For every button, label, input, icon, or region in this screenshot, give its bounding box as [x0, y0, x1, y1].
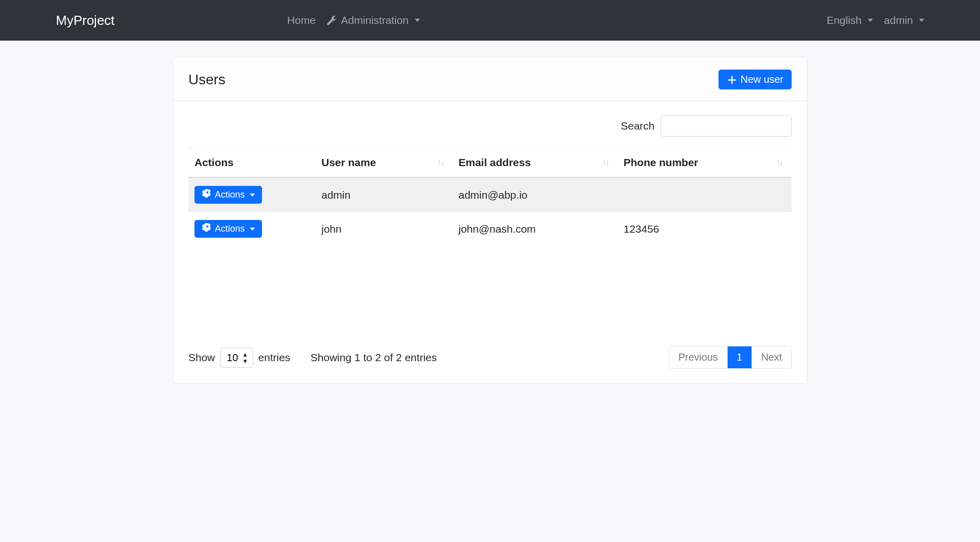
navbar-left: MyProject Home Administration: [56, 13, 420, 28]
users-card: Users New user Search Actions: [173, 57, 807, 384]
search-input[interactable]: [661, 115, 792, 137]
wrench-icon: [327, 14, 337, 26]
cell-actions: Actions: [188, 177, 315, 212]
chevron-down-icon: [919, 19, 924, 22]
chevron-down-icon: [250, 228, 255, 231]
nav-administration[interactable]: Administration: [327, 14, 420, 26]
plus-icon: [727, 74, 737, 85]
col-actions-label: Actions: [194, 156, 234, 168]
table-wrap: Actions User name ↑↓ Email address ↑↓ Ph…: [188, 148, 792, 331]
nav-user-label: admin: [884, 14, 913, 26]
gear-icon: [202, 189, 211, 201]
page-size-select[interactable]: 10: [220, 347, 253, 368]
col-phone[interactable]: Phone number ↑↓: [617, 148, 792, 178]
nav-home-label: Home: [287, 14, 316, 26]
new-user-button[interactable]: New user: [718, 70, 792, 89]
new-user-label: New user: [741, 74, 783, 85]
col-email[interactable]: Email address ↑↓: [452, 148, 617, 178]
col-username[interactable]: User name ↑↓: [315, 148, 452, 178]
show-label: Show: [188, 352, 215, 364]
navbar-right: English admin: [827, 14, 965, 26]
nav-language-label: English: [827, 14, 862, 26]
gear-icon: [202, 223, 211, 235]
row-actions-button[interactable]: Actions: [194, 186, 262, 204]
cell-username: john: [315, 212, 452, 246]
brand[interactable]: MyProject: [56, 13, 115, 28]
table-header-row: Actions User name ↑↓ Email address ↑↓ Ph…: [188, 148, 792, 178]
nav-user[interactable]: admin: [884, 14, 924, 26]
users-table: Actions User name ↑↓ Email address ↑↓ Ph…: [188, 148, 792, 246]
cell-username: admin: [315, 177, 452, 212]
card-header: Users New user: [173, 57, 807, 101]
chevron-down-icon: [415, 19, 420, 22]
search-row: Search: [188, 115, 792, 137]
col-username-label: User name: [321, 156, 376, 168]
table-body: Actions admin admin@abp.io: [188, 177, 792, 246]
page-length-control: Show 10 ▲▼ entries: [188, 347, 290, 368]
table-row: Actions admin admin@abp.io: [188, 177, 792, 212]
page-1-button[interactable]: 1: [728, 346, 752, 368]
search-label: Search: [620, 120, 655, 132]
cell-email: admin@abp.io: [452, 177, 617, 212]
entries-label: entries: [258, 352, 290, 364]
card-footer: Show 10 ▲▼ entries Showing 1 to 2 of 2 e…: [173, 346, 807, 383]
nav-administration-label: Administration: [341, 14, 409, 26]
page-size-select-wrap: 10 ▲▼: [220, 347, 253, 368]
cell-email: john@nash.com: [452, 212, 617, 246]
sort-icon: ↑↓: [776, 158, 782, 167]
nav-language[interactable]: English: [827, 14, 873, 26]
chevron-down-icon: [868, 19, 873, 22]
main-container: Users New user Search Actions: [173, 57, 807, 384]
nav-home[interactable]: Home: [287, 14, 316, 26]
col-actions[interactable]: Actions: [188, 148, 315, 178]
cell-phone: 123456: [617, 212, 792, 246]
navbar: MyProject Home Administration English ad…: [0, 0, 980, 41]
row-actions-label: Actions: [215, 189, 245, 200]
next-button[interactable]: Next: [752, 346, 791, 368]
row-actions-label: Actions: [215, 224, 245, 234]
chevron-down-icon: [250, 194, 255, 197]
cell-actions: Actions: [188, 212, 315, 246]
pagination: Previous 1 Next: [669, 346, 792, 369]
cell-phone: [617, 177, 792, 212]
table-head: Actions User name ↑↓ Email address ↑↓ Ph…: [188, 148, 792, 178]
row-actions-button[interactable]: Actions: [194, 220, 262, 238]
col-phone-label: Phone number: [624, 156, 698, 168]
sort-icon: ↑↓: [602, 158, 608, 167]
navbar-center: Home Administration: [287, 14, 420, 26]
card-body: Search Actions User name ↑↓: [173, 101, 807, 346]
table-info: Showing 1 to 2 of 2 entries: [311, 352, 437, 364]
sort-icon: ↑↓: [437, 158, 443, 167]
page-title: Users: [188, 72, 225, 88]
prev-button[interactable]: Previous: [669, 346, 728, 368]
table-row: Actions john john@nash.com 123456: [188, 212, 792, 246]
col-email-label: Email address: [459, 156, 531, 168]
